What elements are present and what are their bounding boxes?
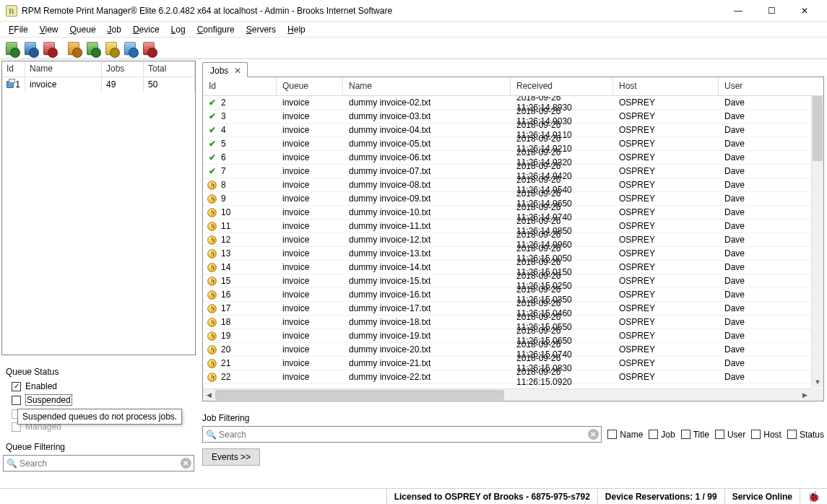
queue-filter-label: Queue Filtering — [6, 442, 194, 452]
status-done-icon: ✔ — [207, 112, 217, 121]
menu-configure[interactable]: Configure — [191, 23, 241, 36]
scrollbar-horizontal[interactable]: ◀ ▶ — [203, 388, 811, 401]
tab-close-icon[interactable]: ✕ — [234, 66, 241, 76]
tab-jobs-label: Jobs — [210, 66, 228, 76]
checkbox-icon — [12, 382, 21, 391]
toolbar-btn-8[interactable] — [140, 40, 157, 57]
bug-icon: 🐞 — [807, 491, 820, 503]
status-wait-icon — [207, 249, 217, 258]
toolbar-btn-3[interactable] — [40, 40, 58, 57]
status-wait-icon — [207, 222, 217, 231]
clear-icon: ✕ — [181, 458, 191, 469]
scrollbar-thumb[interactable] — [813, 96, 823, 161]
queue-hdr-id[interactable]: Id — [2, 61, 25, 77]
menu-view[interactable]: View — [34, 23, 64, 36]
filter-chk-title[interactable]: Title — [681, 430, 709, 440]
job-row[interactable]: 22invoicedummy invoice-22.txt2018-09-26 … — [203, 370, 823, 384]
toolbar-btn-2[interactable] — [22, 40, 39, 57]
status-wait-icon — [207, 290, 217, 300]
scroll-down-icon[interactable]: ▼ — [812, 375, 823, 388]
queue-status-label: Queue Status — [6, 367, 194, 377]
statusbar: Licensed to OSPREY of Brooks - 6875-975-… — [0, 488, 827, 504]
menu-job[interactable]: Job — [102, 23, 127, 36]
events-button[interactable]: Events >> — [202, 448, 260, 466]
queue-search-input[interactable] — [20, 456, 178, 471]
close-button[interactable]: ✕ — [788, 0, 821, 22]
queue-hdr-name[interactable]: Name — [25, 61, 102, 77]
queue-hdr-jobs[interactable]: Jobs — [102, 61, 144, 77]
status-wait-icon — [207, 235, 217, 245]
job-filter-panel: Job Filtering 🔍 ✕ Name Job Title User Ho… — [202, 409, 824, 443]
jobs-hdr-host[interactable]: Host — [613, 77, 719, 95]
menu-device[interactable]: Device — [127, 23, 165, 36]
menu-log[interactable]: Log — [165, 23, 191, 36]
status-wait-icon — [207, 331, 217, 341]
tab-jobs[interactable]: Jobs ✕ — [202, 62, 248, 77]
filter-chk-job[interactable]: Job — [649, 430, 675, 440]
status-wait-icon — [207, 359, 217, 368]
checkbox-icon — [715, 430, 724, 439]
toolbar-btn-7[interactable] — [121, 40, 139, 57]
scroll-left-icon[interactable]: ◀ — [203, 389, 215, 401]
app-icon: R — [6, 5, 17, 17]
doc-yellow-icon — [105, 42, 117, 55]
menubar: FFileFile View Queue Job Device Log Conf… — [0, 22, 827, 38]
checkbox-icon — [681, 430, 690, 439]
job-search[interactable]: 🔍 ✕ — [202, 426, 602, 443]
jobs-hdr-id[interactable]: Id — [203, 77, 277, 95]
doc-bluel-icon — [124, 42, 136, 55]
filter-chk-user[interactable]: User — [715, 430, 745, 440]
jobs-hdr-user[interactable]: User — [719, 77, 823, 95]
chk-enabled[interactable]: Enabled — [3, 380, 194, 393]
jobs-hdr-queue[interactable]: Queue — [277, 77, 343, 95]
toolbar-btn-1[interactable] — [3, 40, 20, 57]
status-wait-icon — [207, 263, 217, 272]
status-done-icon: ✔ — [207, 98, 217, 108]
search-icon: 🔍 — [4, 459, 20, 469]
maximize-button[interactable]: ☐ — [755, 0, 788, 22]
scroll-right-icon[interactable]: ▶ — [799, 389, 811, 401]
queue-row[interactable]: 1invoice4950 — [2, 77, 195, 92]
status-wait-icon — [207, 181, 217, 190]
scrollbar-thumb-h[interactable] — [215, 390, 504, 400]
toolbar-btn-5[interactable] — [84, 40, 101, 57]
job-search-input[interactable] — [219, 427, 585, 442]
jobs-hdr-name[interactable]: Name — [343, 77, 511, 95]
status-wait-icon — [207, 208, 217, 217]
menu-servers[interactable]: Servers — [241, 23, 282, 36]
scrollbar-vertical[interactable]: ▲ ▼ — [811, 96, 823, 388]
jobs-body: ✔2invoicedummy invoice-02.txt2018-09-26 … — [203, 96, 823, 401]
filter-chk-status[interactable]: Status — [787, 430, 824, 440]
doc-red-icon — [43, 42, 55, 55]
minimize-button[interactable]: — — [722, 0, 755, 22]
right-pane: Jobs ✕ Id Queue Name Received Host User … — [198, 59, 827, 488]
toolbar-btn-6[interactable] — [103, 40, 120, 57]
filter-chk-host[interactable]: Host — [751, 430, 781, 440]
status-bug-icon[interactable]: 🐞 — [800, 489, 827, 504]
jobs-hdr-received[interactable]: Received — [511, 77, 613, 95]
queue-search[interactable]: 🔍 ✕ — [3, 455, 194, 472]
menu-help[interactable]: Help — [282, 23, 311, 36]
status-done-icon: ✔ — [207, 139, 217, 149]
chk-suspended[interactable]: Suspended — [3, 393, 194, 407]
filter-chk-name[interactable]: Name — [607, 430, 643, 440]
clear-search-button[interactable]: ✕ — [178, 458, 194, 469]
doc-red2-icon — [143, 42, 155, 55]
jobs-panel: Id Queue Name Received Host User ✔2invoi… — [202, 77, 824, 401]
printer-icon — [7, 81, 14, 88]
status-wait-icon — [207, 277, 217, 286]
clear-icon: ✕ — [588, 429, 599, 440]
queue-list-header: Id Name Jobs Total — [2, 61, 195, 77]
menu-queue[interactable]: Queue — [64, 23, 102, 36]
left-pane: Id Name Jobs Total 1invoice4950 Queue St… — [0, 59, 198, 488]
search-icon: 🔍 — [203, 430, 219, 440]
queue-hdr-total[interactable]: Total — [144, 61, 195, 77]
status-device: Device Reservations: 1 / 99 — [597, 489, 724, 504]
jobs-header: Id Queue Name Received Host User — [203, 77, 823, 96]
clear-search-button[interactable]: ✕ — [585, 429, 601, 440]
toolbar-btn-4[interactable] — [65, 40, 82, 57]
doc-green2-icon — [87, 42, 98, 55]
checkbox-icon — [607, 430, 617, 439]
status-service: Service Online — [724, 489, 800, 504]
menu-file[interactable]: FFileFile — [3, 23, 34, 36]
